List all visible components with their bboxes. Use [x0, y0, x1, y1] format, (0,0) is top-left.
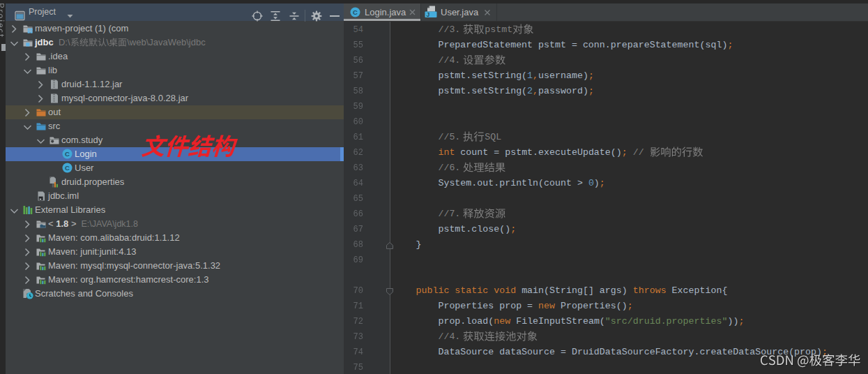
svg-text:J: J [427, 11, 430, 18]
svg-text:C: C [353, 8, 358, 16]
svg-text:C: C [65, 164, 70, 172]
svg-text:C: C [65, 150, 70, 158]
